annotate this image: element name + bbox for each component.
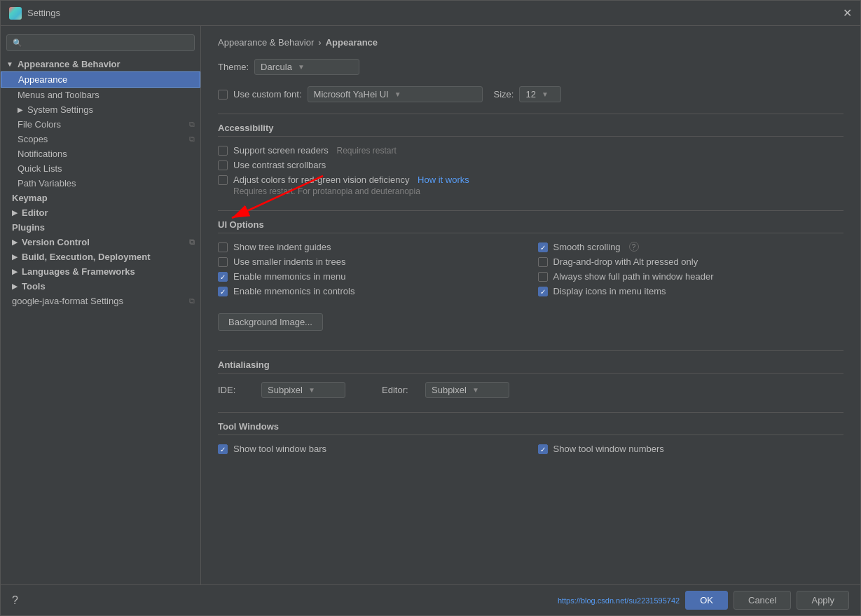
ui-options-left: Show tree indent guides Use smaller inde… <box>218 242 524 301</box>
ide-label: IDE: <box>218 385 253 395</box>
version-control-arrow: ▶ <box>12 238 18 246</box>
always-show-full-path-checkbox[interactable] <box>538 272 548 282</box>
ide-antialiasing-select[interactable]: Subpixel ▼ <box>261 382 345 398</box>
languages-arrow: ▶ <box>12 268 18 275</box>
sidebar-item-editor[interactable]: ▶ Editor <box>1 205 200 220</box>
sidebar-item-plugins[interactable]: Plugins <box>1 220 200 235</box>
ide-antialiasing-value: Subpixel <box>268 385 303 395</box>
smooth-scrolling-label: Smooth scrolling <box>553 242 621 252</box>
cancel-button[interactable]: Cancel <box>733 591 791 610</box>
drag-and-drop-checkbox[interactable] <box>538 257 548 267</box>
contrast-scrollbars-label: Use contrast scrollbars <box>233 160 326 170</box>
use-smaller-indents-label: Use smaller indents in trees <box>233 256 345 267</box>
sidebar-item-file-colors[interactable]: File Colors ⧉ <box>1 117 200 132</box>
theme-select-arrow: ▼ <box>298 63 305 71</box>
enable-mnemonics-menu-label: Enable mnemonics in menu <box>233 271 345 282</box>
enable-mnemonics-menu-checkbox[interactable] <box>218 272 228 282</box>
show-tool-window-numbers-checkbox[interactable] <box>538 444 548 454</box>
how-it-works-link[interactable]: How it works <box>418 174 469 185</box>
divider-1 <box>218 114 843 114</box>
ok-button[interactable]: OK <box>685 591 728 610</box>
show-tool-window-numbers-item: Show tool window numbers <box>538 444 844 454</box>
sidebar-item-keymap[interactable]: Keymap <box>1 191 200 205</box>
close-button[interactable]: ✕ <box>843 6 852 20</box>
show-tree-indent-item: Show tree indent guides <box>218 242 524 252</box>
background-image-container: Background Image... <box>218 309 323 336</box>
use-smaller-indents-checkbox[interactable] <box>218 257 228 267</box>
support-screen-readers-label: Support screen readers <box>233 145 329 156</box>
help-button[interactable]: ? <box>12 594 18 607</box>
sidebar-item-menus-toolbars[interactable]: Menus and Toolbars <box>1 88 200 102</box>
divider-3 <box>218 350 843 351</box>
bottom-actions: https://blog.csdn.net/su2231595742 OK Ca… <box>558 591 849 610</box>
ui-options-grid: Show tree indent guides Use smaller inde… <box>218 242 843 301</box>
smooth-scrolling-checkbox[interactable] <box>538 242 548 252</box>
editor-antialiasing-select[interactable]: Subpixel ▼ <box>425 382 509 398</box>
background-image-button[interactable]: Background Image... <box>218 313 323 331</box>
always-show-full-path-item: Always show full path in window header <box>538 271 844 282</box>
sidebar-item-languages-frameworks[interactable]: ▶ Languages & Frameworks <box>1 264 200 279</box>
adjust-colors-sublabel: Requires restart. For protanopia and deu… <box>233 186 469 196</box>
breadcrumb-current: Appearance <box>326 37 378 48</box>
sidebar-item-scopes[interactable]: Scopes ⧉ <box>1 132 200 146</box>
tool-windows-section: Tool Windows Show tool window bars Show … <box>218 421 843 458</box>
editor-antialiasing-value: Subpixel <box>432 385 467 395</box>
editor-label: Editor: <box>382 385 417 395</box>
show-tool-window-numbers-label: Show tool window numbers <box>553 444 664 454</box>
accessibility-title: Accessibility <box>218 123 843 137</box>
size-select[interactable]: 12 ▼ <box>519 86 561 102</box>
divider-4 <box>218 412 843 413</box>
accessibility-section: Accessibility Support screen readers Req… <box>218 123 843 196</box>
antialiasing-row: IDE: Subpixel ▼ Editor: Subpixel ▼ <box>218 382 843 398</box>
show-tool-window-bars-checkbox[interactable] <box>218 444 228 454</box>
breadcrumb: Appearance & Behavior › Appearance <box>218 37 843 48</box>
sidebar: 🔍 ▼ Appearance & Behavior Appearance Men… <box>1 26 201 584</box>
contrast-scrollbars-checkbox[interactable] <box>218 160 228 170</box>
ui-options-section: UI Options Show tree indent guides Use s… <box>218 219 843 336</box>
theme-value: Darcula <box>261 62 292 72</box>
smooth-scrolling-help-icon[interactable]: ? <box>629 242 639 252</box>
support-screen-readers-item: Support screen readers Requires restart <box>218 145 843 156</box>
show-tree-indent-checkbox[interactable] <box>218 242 228 252</box>
google-java-copy-icon: ⧉ <box>189 296 195 306</box>
sidebar-item-tools[interactable]: ▶ Tools <box>1 279 200 294</box>
ui-options-right: Smooth scrolling ? Drag-and-drop with Al… <box>538 242 844 301</box>
sidebar-item-version-control[interactable]: ▶ Version Control ⧉ <box>1 235 200 249</box>
display-icons-menu-label: Display icons in menu items <box>553 286 666 296</box>
support-screen-readers-sublabel: Requires restart <box>336 146 396 156</box>
apply-button[interactable]: Apply <box>797 591 849 610</box>
sidebar-item-build-execution[interactable]: ▶ Build, Execution, Deployment <box>1 249 200 264</box>
main-content: 🔍 ▼ Appearance & Behavior Appearance Men… <box>1 26 860 584</box>
search-input[interactable] <box>25 38 188 48</box>
theme-select[interactable]: Darcula ▼ <box>254 59 359 75</box>
enable-mnemonics-controls-label: Enable mnemonics in controls <box>233 286 354 296</box>
sidebar-item-system-settings[interactable]: ▶ System Settings <box>1 102 200 117</box>
search-box[interactable]: 🔍 <box>6 34 195 51</box>
sidebar-item-appearance-behavior[interactable]: ▼ Appearance & Behavior <box>1 57 200 71</box>
sidebar-item-appearance[interactable]: Appearance <box>1 71 200 88</box>
font-select[interactable]: Microsoft YaHei UI ▼ <box>308 86 483 102</box>
sidebar-item-google-java-format[interactable]: google-java-format Settings ⧉ <box>1 294 200 308</box>
font-row: Use custom font: Microsoft YaHei UI ▼ Si… <box>218 86 843 102</box>
support-screen-readers-checkbox[interactable] <box>218 146 228 156</box>
settings-window: Settings ✕ 🔍 ▼ Appearance & Behavior App… <box>0 0 861 616</box>
theme-row: Theme: Darcula ▼ <box>218 59 843 75</box>
bottom-bar: ? https://blog.csdn.net/su2231595742 OK … <box>1 584 860 615</box>
use-custom-font-checkbox[interactable] <box>218 90 228 100</box>
tool-windows-title: Tool Windows <box>218 421 843 435</box>
build-arrow: ▶ <box>12 253 18 261</box>
font-select-arrow: ▼ <box>394 90 401 98</box>
show-tree-indent-label: Show tree indent guides <box>233 242 331 252</box>
sidebar-item-notifications[interactable]: Notifications <box>1 146 200 161</box>
sidebar-item-quick-lists[interactable]: Quick Lists <box>1 161 200 176</box>
drag-and-drop-item: Drag-and-drop with Alt pressed only <box>538 256 844 267</box>
adjust-colors-item: Adjust colors for red-green vision defic… <box>218 174 843 196</box>
enable-mnemonics-controls-checkbox[interactable] <box>218 287 228 296</box>
version-control-copy-icon: ⧉ <box>189 238 195 247</box>
settings-main-panel: Appearance & Behavior › Appearance Theme… <box>201 26 860 584</box>
title-bar: Settings ✕ <box>1 1 860 26</box>
adjust-colors-checkbox[interactable] <box>218 175 228 185</box>
sidebar-item-path-variables[interactable]: Path Variables <box>1 176 200 191</box>
display-icons-menu-checkbox[interactable] <box>538 287 548 296</box>
scopes-copy-icon: ⧉ <box>189 135 195 144</box>
